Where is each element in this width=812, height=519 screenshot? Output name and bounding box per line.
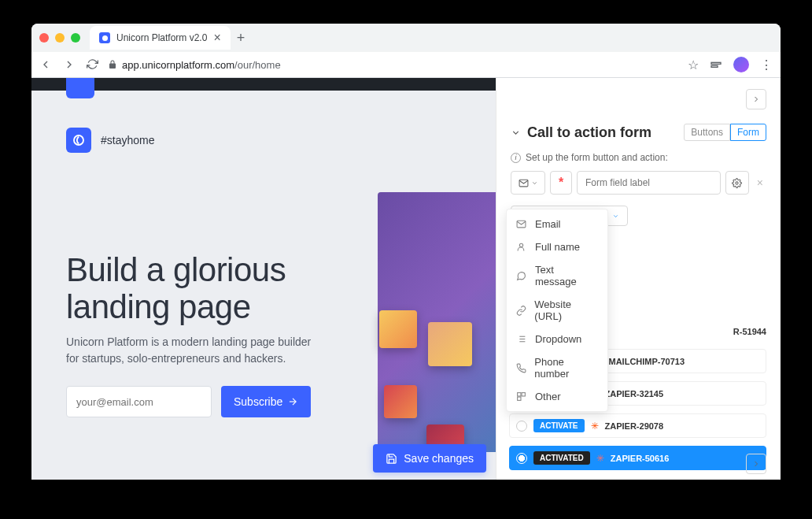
panel-next-button[interactable] xyxy=(746,89,766,109)
activate-button[interactable]: ACTIVATED xyxy=(533,451,590,465)
window-minimize-icon[interactable] xyxy=(55,33,65,43)
chevron-down-icon xyxy=(612,213,619,220)
gear-icon xyxy=(732,178,742,188)
hero-description: Unicorn Platform is a modern landing pag… xyxy=(66,334,326,367)
field-label-input[interactable] xyxy=(577,171,721,195)
back-button[interactable] xyxy=(39,58,52,71)
form-field-row: * × xyxy=(511,171,766,195)
svg-rect-0 xyxy=(711,62,721,64)
menu-icon[interactable]: ⋮ xyxy=(760,57,773,72)
email-input[interactable] xyxy=(66,386,212,417)
svg-point-5 xyxy=(736,181,738,184)
close-icon[interactable]: × xyxy=(213,31,220,45)
dropdown-label: Website (URL) xyxy=(534,298,598,322)
dropdown-item-other[interactable]: Other xyxy=(507,385,607,408)
link-icon xyxy=(516,306,526,316)
help-text: i Set up the form button and action: xyxy=(511,152,766,163)
integration-name: MAILCHIMP-70713 xyxy=(609,357,685,366)
dropdown-label: Text message xyxy=(535,264,598,287)
dropdown-label: Full name xyxy=(535,241,580,253)
required-toggle[interactable]: * xyxy=(550,171,572,195)
chevron-down-icon[interactable] xyxy=(511,128,521,138)
phone-icon xyxy=(516,363,526,373)
page-preview: #stayhome Build a glorious landing page … xyxy=(31,78,496,480)
remove-field-button[interactable]: × xyxy=(754,176,766,189)
radio-icon[interactable] xyxy=(516,453,527,464)
other-icon xyxy=(516,391,527,402)
hero-line-1: Build a glorious xyxy=(66,251,286,288)
message-icon xyxy=(516,271,527,281)
window-close-icon[interactable] xyxy=(39,33,49,43)
favicon-icon xyxy=(99,32,110,43)
chevron-down-icon xyxy=(531,180,538,187)
field-type-select[interactable] xyxy=(511,171,545,195)
forward-button[interactable] xyxy=(63,58,76,71)
brand-logo-icon xyxy=(66,128,91,153)
tab-title: Unicorn Platform v2.0 xyxy=(116,32,207,43)
save-button[interactable]: Save changes xyxy=(373,444,486,473)
integration-icon: ✳ xyxy=(596,453,604,464)
lock-icon xyxy=(108,60,117,69)
dropdown-label: Dropdown xyxy=(535,333,581,345)
svg-rect-15 xyxy=(522,393,525,396)
navbar-logo-icon xyxy=(66,78,94,98)
integration-row[interactable]: ACTIVATE✳ZAPIER-29078 xyxy=(509,413,766,438)
panel-title: Call to action form xyxy=(527,124,651,141)
dropdown-item-website[interactable]: Website (URL) xyxy=(507,293,607,328)
svg-point-7 xyxy=(519,243,522,247)
panel-header: Call to action form Buttons Form xyxy=(511,124,766,141)
toggle-form[interactable]: Form xyxy=(730,124,766,141)
info-icon: i xyxy=(511,153,521,163)
toggle-buttons[interactable]: Buttons xyxy=(684,124,730,141)
arrow-right-icon xyxy=(287,396,298,407)
new-tab-button[interactable]: + xyxy=(237,30,245,46)
dropdown-item-fullname[interactable]: Full name xyxy=(507,235,607,258)
preview-navbar xyxy=(31,78,496,91)
integration-name: ZAPIER-50616 xyxy=(611,454,670,463)
svg-rect-1 xyxy=(711,65,718,67)
svg-rect-16 xyxy=(518,397,521,400)
star-icon[interactable]: ☆ xyxy=(688,57,699,72)
artwork-card xyxy=(379,310,417,348)
hero-title: Build a glorious landing page xyxy=(66,251,286,325)
integration-partial: R-51944 xyxy=(733,327,766,336)
subscribe-button[interactable]: Subscribe xyxy=(221,386,311,417)
save-icon xyxy=(386,453,397,465)
editor-panel: Call to action form Buttons Form i Set u… xyxy=(496,78,781,480)
browser-chrome: Unicorn Platform v2.0 × + app.unicornpla… xyxy=(31,24,781,78)
dropdown-item-phone[interactable]: Phone number xyxy=(507,350,607,385)
window-maximize-icon[interactable] xyxy=(71,33,80,43)
traffic-lights xyxy=(39,33,80,43)
content-area: #stayhome Build a glorious landing page … xyxy=(31,78,781,480)
integration-row[interactable]: ACTIVATED✳ZAPIER-50616 xyxy=(509,446,766,470)
integration-name: ZAPIER-29078 xyxy=(605,421,664,431)
mail-icon xyxy=(516,219,527,229)
mail-icon xyxy=(519,178,529,188)
user-icon xyxy=(516,242,527,252)
panel-next-button-bottom[interactable] xyxy=(746,454,766,474)
field-settings-button[interactable] xyxy=(725,171,749,195)
url-display[interactable]: app.unicornplatform.com/our/home xyxy=(108,59,678,71)
save-label: Save changes xyxy=(404,452,474,465)
dropdown-item-email[interactable]: Email xyxy=(507,213,607,235)
tab-bar: Unicorn Platform v2.0 × + xyxy=(31,24,781,52)
dropdown-label: Phone number xyxy=(534,356,598,380)
brand-block: #stayhome xyxy=(66,128,154,153)
dropdown-label: Other xyxy=(535,391,561,402)
integration-icon: ✳ xyxy=(591,421,599,432)
activate-button[interactable]: ACTIVATE xyxy=(533,419,585,432)
browser-tab[interactable]: Unicorn Platform v2.0 × xyxy=(90,26,231,50)
profile-avatar-icon[interactable] xyxy=(733,57,749,72)
help-text-label: Set up the form button and action: xyxy=(526,152,668,163)
list-icon xyxy=(516,334,527,344)
artwork-card xyxy=(428,322,472,366)
dropdown-item-textmessage[interactable]: Text message xyxy=(507,258,607,293)
dropdown-item-dropdown[interactable]: Dropdown xyxy=(507,328,607,350)
reload-button[interactable] xyxy=(87,58,98,71)
brand-tag: #stayhome xyxy=(101,134,154,146)
dropdown-label: Email xyxy=(535,218,561,230)
radio-icon[interactable] xyxy=(516,421,527,432)
extension-icon[interactable] xyxy=(710,58,722,71)
field-type-dropdown: Email Full name Text message Website (UR… xyxy=(506,209,608,412)
integration-name: ZAPIER-32145 xyxy=(605,389,664,399)
